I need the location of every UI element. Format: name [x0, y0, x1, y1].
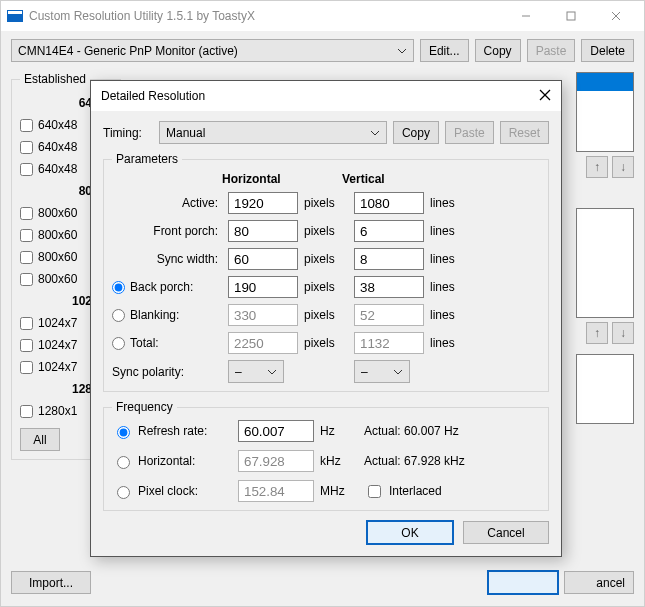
dialog-title: Detailed Resolution	[101, 89, 205, 103]
titlebar: Custom Resolution Utility 1.5.1 by Toast…	[1, 1, 644, 31]
move-down-button[interactable]: ↓	[612, 322, 634, 344]
ok-button[interactable]: OK	[367, 521, 453, 544]
unit-label: pixels	[304, 280, 348, 294]
sync-polarity-label: Sync polarity:	[112, 365, 222, 379]
timing-select[interactable]: Manual	[159, 121, 387, 144]
unit-label: Hz	[320, 424, 358, 438]
established-legend: Established	[20, 72, 90, 86]
unit-label: lines	[430, 280, 474, 294]
minimize-button[interactable]	[503, 1, 548, 31]
active-v-input[interactable]	[354, 192, 424, 214]
chevron-down-icon	[397, 46, 407, 56]
sync-width-v-input[interactable]	[354, 248, 424, 270]
front-porch-h-input[interactable]	[228, 220, 298, 242]
unit-label: pixels	[304, 196, 348, 210]
interlaced-checkbox[interactable]: Interlaced	[364, 482, 534, 501]
edit-button[interactable]: Edit...	[420, 39, 469, 62]
cancel-button[interactable]: Cancel	[463, 521, 549, 544]
unit-label: lines	[430, 336, 474, 350]
copy-button[interactable]: Copy	[475, 39, 521, 62]
unit-label: lines	[430, 196, 474, 210]
front-porch-label: Front porch:	[112, 224, 222, 238]
timing-label: Timing:	[103, 126, 153, 140]
pixel-clock-radio[interactable]: Pixel clock:	[112, 483, 232, 499]
hidden-primary-button[interactable]	[488, 571, 558, 594]
pixel-clock-input	[238, 480, 314, 502]
monitor-select-value: CMN14E4 - Generic PnP Monitor (active)	[18, 44, 238, 58]
sync-width-h-input[interactable]	[228, 248, 298, 270]
close-icon[interactable]	[539, 89, 551, 104]
refresh-rate-radio[interactable]: Refresh rate:	[112, 423, 232, 439]
back-porch-h-input[interactable]	[228, 276, 298, 298]
move-up-button[interactable]: ↑	[586, 156, 608, 178]
total-v-input	[354, 332, 424, 354]
horizontal-radio[interactable]: Horizontal:	[112, 453, 232, 469]
unit-label: lines	[430, 252, 474, 266]
list-item[interactable]	[577, 73, 633, 91]
active-h-input[interactable]	[228, 192, 298, 214]
back-porch-radio[interactable]: Back porch:	[112, 280, 222, 294]
hidden-cancel-button[interactable]: ancel	[564, 571, 634, 594]
unit-label: lines	[430, 224, 474, 238]
frequency-fieldset: Frequency Refresh rate: Hz Actual: 60.00…	[103, 400, 549, 511]
timing-paste-button[interactable]: Paste	[445, 121, 494, 144]
timing-select-value: Manual	[166, 126, 205, 140]
sync-polarity-h-select[interactable]: –	[228, 360, 284, 383]
sync-polarity-v-select[interactable]: –	[354, 360, 410, 383]
paste-button[interactable]: Paste	[527, 39, 576, 62]
refresh-actual: Actual: 60.007 Hz	[364, 424, 534, 438]
maximize-button[interactable]	[548, 1, 593, 31]
frequency-legend: Frequency	[112, 400, 177, 414]
window-controls	[503, 1, 638, 31]
parameters-fieldset: Parameters Horizontal Vertical Active: p…	[103, 152, 549, 392]
unit-label: lines	[430, 308, 474, 322]
unit-label: pixels	[304, 336, 348, 350]
blanking-h-input	[228, 304, 298, 326]
unit-label: pixels	[304, 224, 348, 238]
dialog-titlebar: Detailed Resolution	[91, 81, 561, 111]
import-button[interactable]: Import...	[11, 571, 91, 594]
detailed-resolution-dialog: Detailed Resolution Timing: Manual Copy …	[90, 80, 562, 557]
app-icon	[7, 10, 23, 22]
listbox[interactable]	[576, 354, 634, 424]
window-title: Custom Resolution Utility 1.5.1 by Toast…	[29, 9, 503, 23]
total-radio[interactable]: Total:	[112, 336, 222, 350]
unit-label: pixels	[304, 252, 348, 266]
horizontal-actual: Actual: 67.928 kHz	[364, 454, 534, 468]
active-label: Active:	[112, 196, 222, 210]
horizontal-header: Horizontal	[222, 172, 336, 186]
close-button[interactable]	[593, 1, 638, 31]
unit-label: kHz	[320, 454, 358, 468]
timing-copy-button[interactable]: Copy	[393, 121, 439, 144]
chevron-down-icon	[267, 367, 277, 377]
listbox[interactable]	[576, 72, 634, 152]
monitor-select[interactable]: CMN14E4 - Generic PnP Monitor (active)	[11, 39, 414, 62]
move-up-button[interactable]: ↑	[586, 322, 608, 344]
horizontal-input	[238, 450, 314, 472]
back-porch-v-input[interactable]	[354, 276, 424, 298]
total-h-input	[228, 332, 298, 354]
chevron-down-icon	[370, 128, 380, 138]
listbox[interactable]	[576, 208, 634, 318]
blanking-v-input	[354, 304, 424, 326]
blanking-radio[interactable]: Blanking:	[112, 308, 222, 322]
all-button[interactable]: All	[20, 428, 60, 451]
chevron-down-icon	[393, 367, 403, 377]
delete-button[interactable]: Delete	[581, 39, 634, 62]
refresh-rate-input[interactable]	[238, 420, 314, 442]
front-porch-v-input[interactable]	[354, 220, 424, 242]
unit-label: MHz	[320, 484, 358, 498]
timing-reset-button[interactable]: Reset	[500, 121, 549, 144]
sync-width-label: Sync width:	[112, 252, 222, 266]
vertical-header: Vertical	[342, 172, 456, 186]
unit-label: pixels	[304, 308, 348, 322]
parameters-legend: Parameters	[112, 152, 182, 166]
move-down-button[interactable]: ↓	[612, 156, 634, 178]
svg-rect-1	[567, 12, 575, 20]
